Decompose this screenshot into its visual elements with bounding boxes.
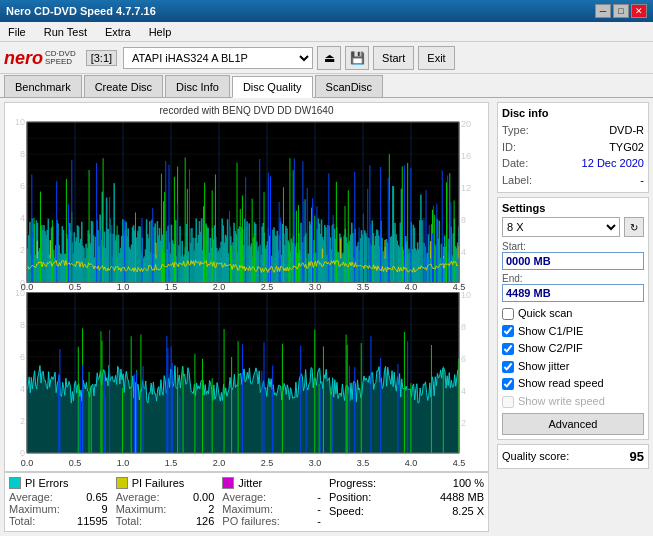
pi-errors-total-label: Total: xyxy=(9,515,35,527)
quick-scan-checkbox[interactable] xyxy=(502,308,514,320)
pi-errors-avg-label: Average: xyxy=(9,491,53,503)
jitter-max-value: - xyxy=(317,503,321,515)
menu-file[interactable]: File xyxy=(4,24,30,40)
tab-scan-disc[interactable]: ScanDisc xyxy=(315,75,383,97)
titlebar: Nero CD-DVD Speed 4.7.7.16 ─ □ ✕ xyxy=(0,0,653,22)
disc-info-title: Disc info xyxy=(502,107,644,119)
minimize-button[interactable]: ─ xyxy=(595,4,611,18)
show-read-speed-label: Show read speed xyxy=(518,375,604,393)
pi-failures-label: PI Failures xyxy=(132,477,185,489)
speed-value: 8.25 X xyxy=(452,505,484,517)
disc-label-label: Label: xyxy=(502,172,532,189)
title-text: Nero CD-DVD Speed 4.7.7.16 xyxy=(6,5,156,17)
quality-score-section: Quality score: 95 xyxy=(497,444,649,469)
maximize-button[interactable]: □ xyxy=(613,4,629,18)
start-input[interactable] xyxy=(502,252,644,270)
pi-errors-color xyxy=(9,477,21,489)
save-button[interactable]: 💾 xyxy=(345,46,369,70)
pi-errors-max-value: 9 xyxy=(102,503,108,515)
show-c1-pie-checkbox[interactable] xyxy=(502,325,514,337)
jitter-max-label: Maximum: xyxy=(222,503,273,515)
refresh-button[interactable]: ↻ xyxy=(624,217,644,237)
jitter-avg-value: - xyxy=(317,491,321,503)
end-label: End: xyxy=(502,273,644,284)
pi-errors-stats: PI Errors Average: 0.65 Maximum: 9 Total… xyxy=(9,477,108,527)
pi-fail-avg-label: Average: xyxy=(116,491,160,503)
window-controls[interactable]: ─ □ ✕ xyxy=(595,4,647,18)
position-value: 4488 MB xyxy=(440,491,484,503)
tab-disc-quality[interactable]: Disc Quality xyxy=(232,76,313,98)
pi-errors-total-value: 11595 xyxy=(77,515,108,527)
speed-label: Speed: xyxy=(329,505,364,517)
id-value: TYG02 xyxy=(609,139,644,156)
jitter-avg-label: Average: xyxy=(222,491,266,503)
advanced-button[interactable]: Advanced xyxy=(502,413,644,435)
progress-panel: Progress: 100 % Position: 4488 MB Speed:… xyxy=(329,477,484,527)
start-button[interactable]: Start xyxy=(373,46,414,70)
type-label: Type: xyxy=(502,122,529,139)
jitter-stats: Jitter Average: - Maximum: - PO failures… xyxy=(222,477,321,527)
pi-fail-total-label: Total: xyxy=(116,515,142,527)
main-content: recorded with BENQ DVD DD DW1640 PI Erro… xyxy=(0,98,653,536)
speed-selector[interactable]: 8 X xyxy=(502,217,620,237)
show-jitter-label: Show jitter xyxy=(518,358,569,376)
jitter-po-label: PO failures: xyxy=(222,515,279,527)
disc-info-section: Disc info Type: DVD-R ID: TYG02 Date: 12… xyxy=(497,102,649,193)
cdspeed-text: CD·DVDSPEED xyxy=(45,50,76,66)
jitter-color xyxy=(222,477,234,489)
pi-failures-stats: PI Failures Average: 0.00 Maximum: 2 Tot… xyxy=(116,477,215,527)
pi-errors-max-label: Maximum: xyxy=(9,503,60,515)
show-c2-pif-checkbox[interactable] xyxy=(502,343,514,355)
id-label: ID: xyxy=(502,139,516,156)
close-button[interactable]: ✕ xyxy=(631,4,647,18)
start-label: Start: xyxy=(502,241,644,252)
date-value: 12 Dec 2020 xyxy=(582,155,644,172)
pi-fail-avg-value: 0.00 xyxy=(193,491,214,503)
main-chart-canvas xyxy=(5,118,484,469)
progress-value: 100 % xyxy=(453,477,484,489)
show-c2-pif-label: Show C2/PIF xyxy=(518,340,583,358)
menubar: File Run Test Extra Help xyxy=(0,22,653,42)
chart-title: recorded with BENQ DVD DD DW1640 xyxy=(5,103,488,118)
exit-button[interactable]: Exit xyxy=(418,46,454,70)
show-write-speed-checkbox xyxy=(502,396,514,408)
disc-label-value: - xyxy=(640,172,644,189)
menu-run-test[interactable]: Run Test xyxy=(40,24,91,40)
quick-scan-label: Quick scan xyxy=(518,305,572,323)
pi-fail-max-value: 2 xyxy=(208,503,214,515)
end-input[interactable] xyxy=(502,284,644,302)
nero-text: nero xyxy=(4,49,43,67)
type-value: DVD-R xyxy=(609,122,644,139)
settings-title: Settings xyxy=(502,202,644,214)
drive-selector[interactable]: ATAPI iHAS324 A BL1P xyxy=(123,47,313,69)
pi-failures-color xyxy=(116,477,128,489)
show-write-speed-label: Show write speed xyxy=(518,393,605,411)
menu-extra[interactable]: Extra xyxy=(101,24,135,40)
drive-label: [3:1] xyxy=(86,50,117,66)
eject-button[interactable]: ⏏ xyxy=(317,46,341,70)
chart-area: recorded with BENQ DVD DD DW1640 xyxy=(4,102,489,472)
right-panel: Disc info Type: DVD-R ID: TYG02 Date: 12… xyxy=(493,98,653,536)
quality-score-value: 95 xyxy=(630,449,644,464)
progress-label: Progress: xyxy=(329,477,376,489)
tab-create-disc[interactable]: Create Disc xyxy=(84,75,163,97)
pi-fail-total-value: 126 xyxy=(196,515,214,527)
tab-benchmark[interactable]: Benchmark xyxy=(4,75,82,97)
show-jitter-checkbox[interactable] xyxy=(502,361,514,373)
pi-errors-label: PI Errors xyxy=(25,477,68,489)
toolbar: nero CD·DVDSPEED [3:1] ATAPI iHAS324 A B… xyxy=(0,42,653,74)
tab-disc-info[interactable]: Disc Info xyxy=(165,75,230,97)
tab-bar: Benchmark Create Disc Disc Info Disc Qua… xyxy=(0,74,653,98)
show-read-speed-checkbox[interactable] xyxy=(502,378,514,390)
position-label: Position: xyxy=(329,491,371,503)
pi-fail-max-label: Maximum: xyxy=(116,503,167,515)
quality-score-label: Quality score: xyxy=(502,450,569,462)
show-c1-pie-label: Show C1/PIE xyxy=(518,323,583,341)
pi-errors-avg-value: 0.65 xyxy=(86,491,107,503)
date-label: Date: xyxy=(502,155,528,172)
settings-section: Settings 8 X ↻ Start: End: Quick scan xyxy=(497,197,649,440)
nero-logo: nero CD·DVDSPEED xyxy=(4,49,76,67)
jitter-po-value: - xyxy=(317,515,321,527)
menu-help[interactable]: Help xyxy=(145,24,176,40)
jitter-label: Jitter xyxy=(238,477,262,489)
